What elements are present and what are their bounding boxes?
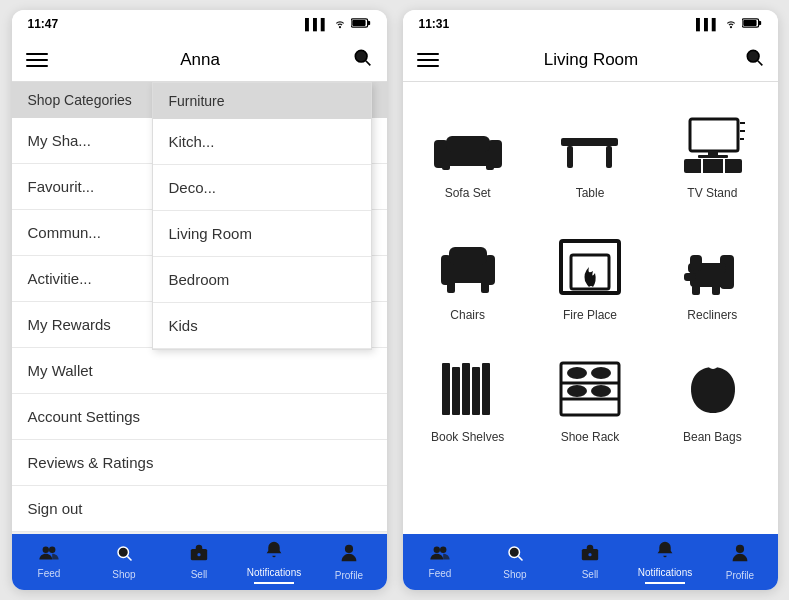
svg-rect-26 — [690, 119, 738, 151]
sell-icon — [189, 544, 209, 567]
notifications-icon-left — [265, 540, 283, 565]
hamburger-menu-icon[interactable] — [26, 53, 48, 67]
tab-notifications-left[interactable]: Notifications — [237, 540, 312, 584]
furniture-item-chairs[interactable]: Chairs — [411, 220, 525, 334]
table-icon — [550, 110, 630, 180]
dropdown-item-deco[interactable]: Deco... — [153, 165, 371, 211]
battery-icon — [351, 17, 371, 31]
furniture-header: Furniture — [153, 83, 371, 119]
search-icon-left[interactable] — [352, 47, 372, 72]
tab-sell-left[interactable]: Sell — [162, 544, 237, 580]
svg-rect-49 — [712, 285, 720, 295]
status-icons-left: ▌▌▌ — [305, 17, 370, 31]
shop-icon-right — [506, 544, 524, 567]
svg-rect-23 — [561, 138, 618, 146]
svg-rect-50 — [684, 273, 696, 281]
furniture-item-table[interactable]: Table — [533, 98, 647, 212]
dropdown-item-kids[interactable]: Kids — [153, 303, 371, 349]
sofa-label: Sofa Set — [445, 186, 491, 200]
status-bar-left: 11:47 ▌▌▌ — [12, 10, 387, 38]
svg-point-5 — [43, 547, 49, 553]
tab-profile-right[interactable]: Profile — [703, 543, 778, 581]
wifi-icon-right — [724, 17, 738, 31]
nav-title-right: Living Room — [544, 50, 639, 70]
dropdown-item-bedroom[interactable]: Bedroom — [153, 257, 371, 303]
tab-sell-label-right: Sell — [582, 569, 599, 580]
chairs-icon — [428, 232, 508, 302]
furniture-item-shoerack[interactable]: Shoe Rack — [533, 342, 647, 456]
beanbags-icon — [672, 354, 752, 424]
status-icons-right: ▌▌▌ — [696, 17, 761, 31]
furniture-item-fireplace[interactable]: Fire Place — [533, 220, 647, 334]
svg-rect-20 — [446, 136, 490, 152]
sofa-icon — [428, 110, 508, 180]
tab-sell-right[interactable]: Sell — [553, 544, 628, 580]
furniture-dropdown: Furniture Kitch... Deco... Living Room B… — [152, 82, 372, 350]
svg-point-61 — [567, 385, 587, 397]
bookshelves-label: Book Shelves — [431, 430, 504, 444]
tab-notifications-right[interactable]: Notifications — [628, 540, 703, 584]
svg-point-11 — [345, 545, 353, 553]
tab-feed-right[interactable]: Feed — [403, 545, 478, 579]
notifications-icon-right — [656, 540, 674, 565]
svg-point-60 — [591, 367, 611, 379]
svg-line-8 — [127, 556, 131, 560]
svg-rect-13 — [758, 21, 761, 25]
menu-item-account[interactable]: Account Settings — [12, 394, 387, 440]
svg-point-10 — [197, 553, 200, 556]
feed-icon — [39, 545, 59, 566]
shoerack-label: Shoe Rack — [561, 430, 620, 444]
furniture-grid: Sofa Set Table — [411, 98, 770, 456]
right-phone: 11:31 ▌▌▌ Living Room — [403, 10, 778, 590]
nav-bar-right: Living Room — [403, 38, 778, 82]
tab-notifications-label-right: Notifications — [638, 567, 692, 578]
beanbags-label: Bean Bags — [683, 430, 742, 444]
svg-rect-47 — [690, 255, 702, 271]
svg-point-59 — [567, 367, 587, 379]
furniture-item-sofa[interactable]: Sofa Set — [411, 98, 525, 212]
search-icon-right[interactable] — [744, 47, 764, 72]
svg-point-68 — [588, 553, 591, 556]
svg-rect-41 — [481, 281, 489, 293]
furniture-grid-content: Sofa Set Table — [403, 82, 778, 534]
svg-rect-40 — [447, 281, 455, 293]
tab-notifications-label-left: Notifications — [247, 567, 301, 578]
fireplace-label: Fire Place — [563, 308, 617, 322]
svg-line-66 — [518, 556, 522, 560]
furniture-item-recliners[interactable]: Recliners — [655, 220, 769, 334]
tab-shop-left[interactable]: Shop — [87, 544, 162, 580]
svg-point-7 — [118, 547, 129, 558]
battery-icon-right — [742, 17, 762, 31]
furniture-item-bookshelves[interactable]: Book Shelves — [411, 342, 525, 456]
profile-icon-left — [340, 543, 358, 568]
tvstand-icon — [672, 110, 752, 180]
svg-rect-55 — [482, 363, 490, 415]
fireplace-icon — [550, 232, 630, 302]
svg-rect-52 — [452, 367, 460, 415]
profile-icon-right — [731, 543, 749, 568]
dropdown-item-kitch[interactable]: Kitch... — [153, 119, 371, 165]
svg-point-15 — [747, 50, 759, 62]
svg-rect-21 — [442, 162, 450, 170]
tab-feed-left[interactable]: Feed — [12, 545, 87, 579]
signal-icon-right: ▌▌▌ — [696, 18, 719, 30]
tab-shop-right[interactable]: Shop — [478, 544, 553, 580]
svg-rect-48 — [692, 285, 700, 295]
svg-point-69 — [736, 545, 744, 553]
svg-rect-51 — [442, 363, 450, 415]
svg-rect-39 — [449, 247, 487, 265]
table-label: Table — [576, 186, 605, 200]
time-left: 11:47 — [28, 17, 59, 31]
dropdown-item-living-room[interactable]: Living Room — [153, 211, 371, 257]
hamburger-menu-icon-right[interactable] — [417, 53, 439, 67]
signal-icon: ▌▌▌ — [305, 18, 328, 30]
menu-item-wallet[interactable]: My Wallet — [12, 348, 387, 394]
furniture-item-tvstand[interactable]: TV Stand — [655, 98, 769, 212]
tab-profile-label-left: Profile — [335, 570, 363, 581]
furniture-item-beanbags[interactable]: Bean Bags — [655, 342, 769, 456]
tab-profile-left[interactable]: Profile — [312, 543, 387, 581]
wifi-icon — [333, 17, 347, 31]
menu-item-signout[interactable]: Sign out — [12, 486, 387, 532]
menu-item-reviews[interactable]: Reviews & Ratings — [12, 440, 387, 486]
svg-point-62 — [591, 385, 611, 397]
